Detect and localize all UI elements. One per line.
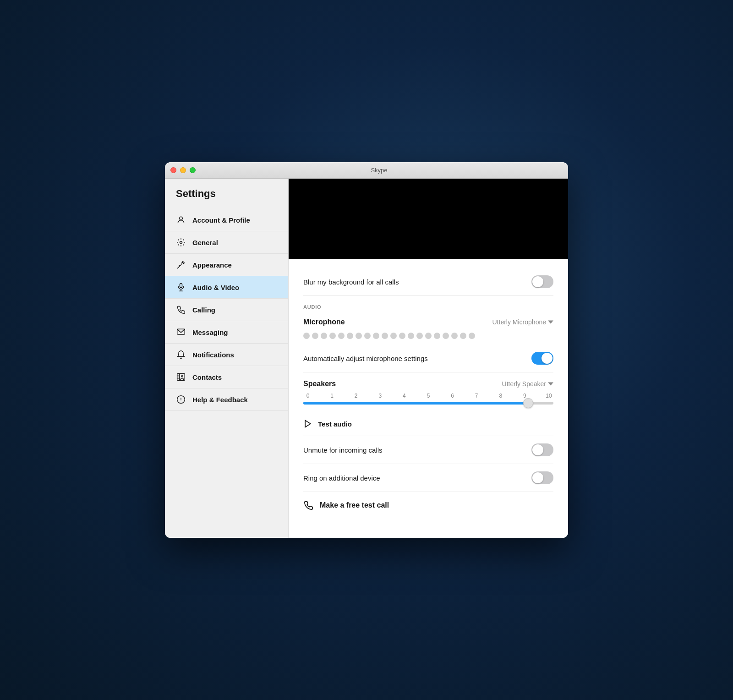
svg-point-12 bbox=[181, 376, 183, 377]
message-icon bbox=[176, 327, 186, 337]
blur-toggle-knob bbox=[532, 276, 543, 287]
blur-setting-row: Blur my background for all calls bbox=[303, 268, 553, 296]
sidebar-item-help-feedback[interactable]: Help & Feedback bbox=[165, 388, 288, 411]
window-title: Skype bbox=[196, 167, 563, 174]
speakers-label: Speakers bbox=[303, 380, 336, 388]
blur-toggle[interactable] bbox=[531, 275, 553, 288]
mic-dot-3 bbox=[321, 333, 327, 339]
video-preview bbox=[289, 179, 568, 259]
microphone-device-name: Utterly Microphone bbox=[492, 318, 547, 326]
audio-section-header: AUDIO bbox=[303, 296, 553, 313]
unmute-label: Unmute for incoming calls bbox=[303, 446, 383, 454]
slider-label-7: 7 bbox=[472, 393, 481, 399]
mic-dot-6 bbox=[347, 333, 353, 339]
maximize-button[interactable] bbox=[190, 167, 196, 173]
svg-point-1 bbox=[180, 241, 182, 244]
microphone-selector[interactable]: Utterly Microphone bbox=[492, 318, 554, 326]
test-audio-label: Test audio bbox=[318, 420, 352, 428]
slider-label-2: 2 bbox=[351, 393, 361, 399]
play-icon bbox=[303, 419, 312, 428]
unmute-toggle-knob bbox=[532, 444, 543, 455]
sidebar-item-general[interactable]: General bbox=[165, 231, 288, 254]
slider-fill bbox=[303, 402, 528, 405]
sidebar-label-contacts: Contacts bbox=[192, 373, 222, 381]
slider-label-1: 1 bbox=[328, 393, 337, 399]
mic-dot-20 bbox=[469, 333, 475, 339]
auto-adjust-label: Automatically adjust microphone settings bbox=[303, 355, 428, 362]
sidebar-item-messaging[interactable]: Messaging bbox=[165, 321, 288, 344]
sidebar-label-messaging: Messaging bbox=[192, 328, 228, 336]
sidebar-item-contacts[interactable]: Contacts bbox=[165, 366, 288, 388]
mic-dot-2 bbox=[312, 333, 318, 339]
mic-dot-17 bbox=[443, 333, 449, 339]
sidebar-label-appearance: Appearance bbox=[192, 261, 232, 269]
sidebar-label-notifications: Notifications bbox=[192, 351, 234, 359]
svg-point-0 bbox=[180, 217, 183, 220]
ring-label: Ring on additional device bbox=[303, 474, 380, 482]
auto-adjust-row: Automatically adjust microphone settings bbox=[303, 345, 553, 372]
test-call-row[interactable]: Make a free test call bbox=[303, 492, 553, 519]
phone-call-icon bbox=[303, 500, 313, 510]
slider-thumb[interactable] bbox=[523, 398, 533, 408]
slider-label-8: 8 bbox=[496, 393, 505, 399]
ring-toggle[interactable] bbox=[531, 471, 553, 484]
slider-label-6: 6 bbox=[448, 393, 457, 399]
test-call-label: Make a free test call bbox=[320, 501, 389, 509]
ring-toggle-knob bbox=[532, 472, 543, 483]
slider-label-0: 0 bbox=[303, 393, 312, 399]
slider-label-5: 5 bbox=[424, 393, 433, 399]
app-window: Skype Settings Account & Profile General bbox=[165, 162, 568, 538]
volume-slider-container[interactable] bbox=[303, 400, 553, 412]
mic-dot-18 bbox=[451, 333, 458, 339]
mic-dot-13 bbox=[408, 333, 414, 339]
mic-dot-10 bbox=[382, 333, 388, 339]
wand-icon bbox=[176, 260, 186, 270]
titlebar: Skype bbox=[165, 162, 568, 179]
sidebar-label-calling: Calling bbox=[192, 306, 215, 314]
ring-row: Ring on additional device bbox=[303, 464, 553, 492]
auto-adjust-toggle[interactable] bbox=[531, 352, 553, 365]
slider-label-3: 3 bbox=[376, 393, 385, 399]
sidebar-item-calling[interactable]: Calling bbox=[165, 299, 288, 321]
minimize-button[interactable] bbox=[180, 167, 186, 173]
auto-adjust-toggle-knob bbox=[542, 353, 552, 364]
mic-dot-1 bbox=[303, 333, 310, 339]
speakers-selector[interactable]: Utterly Speaker bbox=[502, 380, 553, 388]
mic-dot-15 bbox=[425, 333, 432, 339]
microphone-label: Microphone bbox=[303, 318, 345, 326]
sidebar-item-appearance[interactable]: Appearance bbox=[165, 254, 288, 276]
test-audio-row[interactable]: Test audio bbox=[303, 412, 553, 436]
sidebar-label-general: General bbox=[192, 239, 218, 246]
sidebar-label-audio-video: Audio & Video bbox=[192, 284, 239, 291]
sidebar-item-notifications[interactable]: Notifications bbox=[165, 344, 288, 366]
slider-labels: 0 1 2 3 4 5 6 7 8 9 10 bbox=[303, 391, 553, 400]
microphone-device-row: Microphone Utterly Microphone bbox=[303, 313, 553, 329]
contacts-icon bbox=[176, 372, 186, 382]
gear-icon bbox=[176, 237, 186, 247]
mic-dot-7 bbox=[356, 333, 362, 339]
mic-dot-4 bbox=[329, 333, 336, 339]
sidebar-item-audio-video[interactable]: Audio & Video bbox=[165, 276, 288, 299]
svg-line-2 bbox=[178, 264, 181, 268]
close-button[interactable] bbox=[170, 167, 176, 173]
slider-label-10: 10 bbox=[544, 393, 553, 399]
microphone-icon bbox=[176, 282, 186, 292]
speakers-device-row: Speakers Utterly Speaker bbox=[303, 372, 553, 391]
unmute-row: Unmute for incoming calls bbox=[303, 436, 553, 464]
svg-rect-4 bbox=[180, 284, 182, 288]
speakers-device-name: Utterly Speaker bbox=[502, 380, 546, 388]
person-icon bbox=[176, 215, 186, 225]
sidebar-label-account-profile: Account & Profile bbox=[192, 216, 250, 224]
sidebar-item-account-profile[interactable]: Account & Profile bbox=[165, 209, 288, 231]
mic-dot-11 bbox=[390, 333, 397, 339]
mic-dot-19 bbox=[460, 333, 466, 339]
unmute-toggle[interactable] bbox=[531, 443, 553, 456]
mic-dot-12 bbox=[399, 333, 405, 339]
mic-dot-9 bbox=[373, 333, 379, 339]
bell-icon bbox=[176, 350, 186, 360]
mic-dot-14 bbox=[416, 333, 423, 339]
sidebar: Settings Account & Profile General bbox=[165, 179, 289, 538]
sidebar-heading: Settings bbox=[165, 188, 288, 209]
info-icon bbox=[176, 394, 186, 405]
svg-marker-16 bbox=[305, 421, 311, 427]
